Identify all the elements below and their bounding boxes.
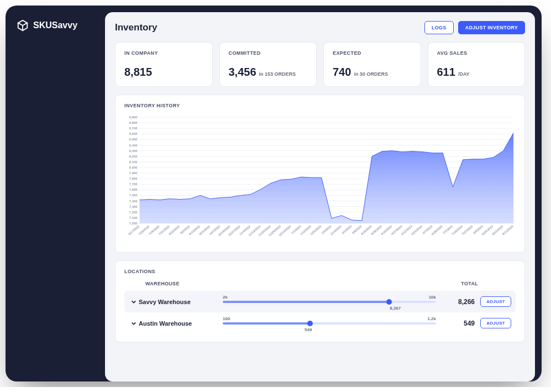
slider-value: 8,267 bbox=[390, 306, 401, 311]
col-warehouse: WAREHOUSE bbox=[129, 281, 212, 286]
svg-text:3/1/2023: 3/1/2023 bbox=[341, 224, 352, 234]
stat-expected: EXPECTED 740 in 30 ORDERS bbox=[323, 42, 421, 87]
locations-table-header: WAREHOUSE TOTAL bbox=[124, 281, 516, 291]
svg-text:7,600: 7,600 bbox=[129, 188, 138, 191]
col-total: TOTAL bbox=[447, 281, 480, 286]
svg-text:6/28/2023: 6/28/2023 bbox=[431, 224, 443, 236]
adjust-inventory-button[interactable]: ADJUST INVENTORY bbox=[458, 21, 525, 34]
chevron-down-icon bbox=[131, 321, 137, 326]
stat-label: AVG SALES bbox=[437, 50, 516, 56]
page-title: Inventory bbox=[115, 22, 158, 33]
slider-max: 1.2k bbox=[427, 316, 436, 321]
svg-text:7,800: 7,800 bbox=[129, 177, 138, 180]
svg-text:8,700: 8,700 bbox=[129, 127, 138, 130]
locations-title: LOCATIONS bbox=[124, 269, 516, 274]
svg-text:7,200: 7,200 bbox=[129, 211, 138, 214]
stat-label: IN COMPANY bbox=[124, 50, 203, 56]
warehouse-total: 8,266 bbox=[447, 298, 480, 306]
svg-text:7,900: 7,900 bbox=[129, 171, 138, 175]
history-title: INVENTORY HISTORY bbox=[124, 103, 516, 108]
svg-text:8,800: 8,800 bbox=[129, 121, 138, 124]
expand-toggle[interactable] bbox=[129, 321, 139, 326]
slider-min: 2k bbox=[223, 295, 228, 300]
inventory-slider[interactable]: 2k 10k 8,267 bbox=[212, 301, 447, 303]
chevron-down-icon bbox=[131, 299, 137, 305]
stat-in-company: IN COMPANY 8,815 bbox=[115, 42, 213, 87]
slider-min: 100 bbox=[223, 316, 230, 321]
history-chart: 7,0007,1007,2007,3007,4007,5007,6007,700… bbox=[124, 115, 516, 242]
svg-text:1/25/2023: 1/25/2023 bbox=[309, 224, 322, 236]
adjust-button[interactable]: ADJUST bbox=[480, 318, 511, 328]
stat-label: EXPECTED bbox=[333, 50, 412, 56]
svg-text:9/11/2023: 9/11/2023 bbox=[501, 224, 513, 236]
warehouse-name: Austin Warehouse bbox=[139, 320, 212, 327]
slider-value: 549 bbox=[305, 327, 312, 332]
svg-text:8,100: 8,100 bbox=[129, 160, 138, 164]
cube-icon bbox=[17, 19, 29, 32]
warehouse-name: Savvy Warehouse bbox=[139, 299, 212, 305]
brand-logo: SKUSavvy bbox=[17, 19, 94, 32]
slider-max: 10k bbox=[429, 295, 436, 300]
svg-text:8,600: 8,600 bbox=[129, 132, 138, 135]
stat-sub: in 30 ORDERS bbox=[354, 71, 388, 77]
location-row: Savvy Warehouse 2k 10k 8,267 8,266 ADJUS… bbox=[124, 291, 516, 312]
stat-sub: in 153 ORDERS bbox=[259, 71, 296, 77]
svg-text:8,400: 8,400 bbox=[129, 143, 138, 147]
stat-value: 3,456 bbox=[229, 66, 256, 79]
stat-value: 740 bbox=[333, 66, 351, 79]
warehouse-total: 549 bbox=[447, 320, 480, 327]
svg-text:7,700: 7,700 bbox=[129, 182, 138, 186]
svg-text:8,900: 8,900 bbox=[129, 116, 138, 119]
header-actions: LOGS ADJUST INVENTORY bbox=[424, 21, 525, 34]
expand-toggle[interactable] bbox=[129, 299, 139, 305]
main-panel: Inventory LOGS ADJUST INVENTORY IN COMPA… bbox=[105, 12, 535, 381]
adjust-button[interactable]: ADJUST bbox=[480, 296, 511, 307]
page-header: Inventory LOGS ADJUST INVENTORY bbox=[115, 21, 525, 34]
stat-label: COMMITTED bbox=[229, 50, 308, 56]
svg-text:8/22/2022: 8/22/2022 bbox=[168, 224, 180, 236]
stat-avg-sales: AVG SALES 611 /DAY bbox=[428, 42, 526, 87]
inventory-slider[interactable]: 100 1.2k 549 bbox=[212, 322, 447, 325]
sidebar: SKUSavvy bbox=[6, 6, 105, 381]
brand-text: SKUSavvy bbox=[33, 20, 77, 30]
svg-text:8,200: 8,200 bbox=[129, 155, 138, 158]
stat-value: 611 bbox=[437, 66, 455, 79]
svg-text:7,000: 7,000 bbox=[129, 222, 138, 225]
location-row: Austin Warehouse 100 1.2k 549 549 ADJUST bbox=[124, 312, 516, 334]
svg-text:2/14/2023: 2/14/2023 bbox=[330, 224, 342, 236]
svg-text:8,000: 8,000 bbox=[129, 166, 138, 169]
stat-sub: /DAY bbox=[458, 71, 470, 77]
svg-text:7,300: 7,300 bbox=[129, 205, 138, 208]
svg-text:7/27/2023: 7/27/2023 bbox=[461, 224, 473, 236]
svg-text:8,500: 8,500 bbox=[129, 138, 138, 141]
svg-text:7,500: 7,500 bbox=[129, 194, 138, 197]
stat-committed: COMMITTED 3,456 in 153 ORDERS bbox=[219, 42, 317, 87]
app-shell: SKUSavvy Inventory LOGS ADJUST INVENTORY… bbox=[6, 6, 542, 381]
svg-text:5/24/2023: 5/24/2023 bbox=[411, 224, 423, 236]
svg-text:7,400: 7,400 bbox=[129, 200, 138, 203]
svg-text:7,100: 7,100 bbox=[129, 216, 138, 219]
locations-card: LOCATIONS WAREHOUSE TOTAL Savvy Warehous… bbox=[115, 260, 525, 342]
svg-text:8,300: 8,300 bbox=[129, 149, 138, 153]
stat-value: 8,815 bbox=[124, 66, 152, 79]
stat-cards: IN COMPANY 8,815 COMMITTED 3,456 in 153 … bbox=[115, 42, 525, 87]
history-card: INVENTORY HISTORY 7,0007,1007,2007,3007,… bbox=[115, 95, 525, 253]
logs-button[interactable]: LOGS bbox=[424, 21, 454, 34]
